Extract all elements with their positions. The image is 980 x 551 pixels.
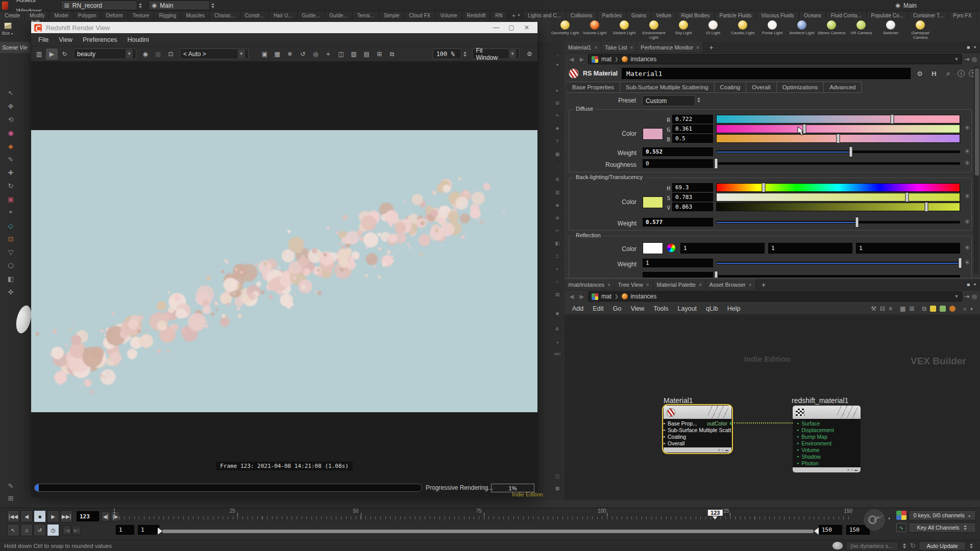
pose-tool-icon[interactable]: ⟲	[4, 113, 17, 126]
backlight-s-field[interactable]: 0.783	[672, 193, 713, 202]
range-next-icon[interactable]: ▶|	[72, 525, 81, 535]
info-icon[interactable]: i	[958, 70, 965, 77]
slider-handle[interactable]	[890, 114, 894, 124]
backlight-s-slider[interactable]	[716, 193, 960, 202]
stow-icon[interactable]: ▥	[553, 190, 561, 195]
pane-tab[interactable]: Tree View	[615, 279, 653, 290]
gear-menu-icon[interactable]	[963, 192, 971, 200]
menu-item[interactable]: Add	[568, 305, 588, 312]
reflection-b-field[interactable]: 1	[856, 243, 960, 254]
snapshot-image-icon[interactable]: ▤	[361, 48, 373, 60]
stow-info-icon[interactable]: ⓘ	[553, 473, 561, 480]
forward-icon[interactable]: ▶	[578, 293, 586, 300]
shelf-tab[interactable]: Texture	[128, 11, 155, 19]
menu-item[interactable]: Help	[723, 305, 745, 312]
shelf-tool[interactable]: Volume Light	[580, 19, 609, 42]
pin-icon[interactable]	[964, 56, 969, 63]
box-tool-label[interactable]: Box ▾	[2, 31, 13, 36]
stow-icon[interactable]: ⌖	[553, 340, 561, 345]
set-key-button[interactable]	[864, 509, 885, 531]
reflection-color-swatch[interactable]	[643, 242, 663, 254]
search-icon[interactable]: ⌕	[963, 305, 967, 312]
add-snapshot-icon[interactable]: ⊞	[374, 48, 385, 60]
new-tab-button[interactable]: ＋	[703, 42, 719, 53]
auto-key-icon[interactable]	[896, 511, 906, 520]
reflection-r-field[interactable]: 1	[680, 243, 765, 254]
stow-icon[interactable]: Ξ	[553, 254, 561, 259]
diffuse-b-field[interactable]: 0.5	[672, 134, 713, 143]
keys-summary[interactable]: 0 keys, 0/0 channels▲	[909, 510, 976, 520]
node-row[interactable]: Base Prop... outColor	[664, 420, 731, 427]
shelf-tab[interactable]: Volume	[435, 11, 462, 19]
diffuse-r-field[interactable]: 0.722	[672, 115, 713, 123]
shelf-tab[interactable]: Rigging	[154, 11, 181, 19]
reflection-weight-slider[interactable]	[716, 259, 960, 267]
backlight-color-swatch[interactable]	[643, 196, 663, 208]
range-end-handle[interactable]	[811, 528, 819, 535]
new-tab-button[interactable]: ＋	[756, 279, 772, 290]
shelf-tool[interactable]: Gamepad Camera	[905, 19, 935, 42]
shelf-tool[interactable]: Ambient Light	[787, 19, 817, 42]
material1-node[interactable]: Base Prop... outColor Sub-Surface Multip…	[664, 406, 731, 453]
key-options-caret-icon[interactable]: ▾	[888, 516, 890, 521]
dynamics-selector[interactable]: (no dynamics s...	[846, 541, 899, 550]
gear-menu-icon[interactable]	[963, 244, 971, 252]
shelf-tab[interactable]: Particles	[598, 11, 627, 19]
close-icon[interactable]	[646, 282, 649, 288]
select-tool-icon[interactable]: ↖	[4, 87, 17, 99]
shelf-tab[interactable]: Constr...	[240, 11, 269, 19]
close-icon[interactable]	[594, 44, 597, 51]
shelf-tab[interactable]: Lights and C...	[523, 11, 566, 19]
close-button[interactable]: ✕	[519, 22, 534, 33]
shelf-tool[interactable]: Sky Light	[669, 19, 698, 42]
stow-icon[interactable]: ▦	[553, 152, 561, 157]
folder-tab[interactable]: Optimizations	[777, 82, 824, 93]
aov-dropdown[interactable]: beauty▼	[74, 48, 136, 59]
close-icon[interactable]	[749, 282, 752, 288]
render-play-icon[interactable]: ▶	[46, 48, 58, 60]
layout-selector[interactable]: Main	[149, 1, 210, 10]
rgb-channels-icon[interactable]: ◉	[139, 48, 151, 60]
node-input-row[interactable]: Bump Map	[793, 433, 861, 440]
diffuse-g-slider[interactable]	[716, 124, 960, 133]
simulation-cache-icon[interactable]	[832, 542, 843, 549]
network-canvas[interactable]: Indie Edition VEX Builder Material1 Base…	[565, 315, 980, 500]
shelf-tab[interactable]: Particle Fluids	[715, 11, 757, 19]
stow-icon[interactable]: ▫	[553, 53, 561, 58]
shelf-tab[interactable]: Create	[0, 11, 25, 19]
network-box-icon[interactable]	[949, 306, 955, 312]
stow-icon[interactable]: ✂	[553, 228, 561, 233]
diffuse-weight-field[interactable]: 0.552	[643, 147, 713, 156]
node-row[interactable]: Overall	[664, 440, 731, 446]
channel-scope-icon[interactable]: ∿	[896, 523, 906, 532]
gear-menu-icon[interactable]	[963, 259, 971, 266]
backlight-v-slider[interactable]	[716, 203, 960, 211]
shelf-tab[interactable]: Rigid Bodies	[676, 11, 715, 19]
range-end-field[interactable]: 150	[819, 525, 842, 535]
slider-handle[interactable]	[924, 202, 928, 212]
scrub-tool-icon[interactable]: ↖	[7, 524, 19, 536]
pane-menu-caret-icon[interactable]: ▾	[974, 282, 976, 287]
dynamics-spinner[interactable]	[902, 542, 907, 549]
misc-tool-icon[interactable]: ✜	[4, 286, 17, 298]
gear-menu-icon[interactable]	[963, 159, 971, 167]
forward-icon[interactable]: ▶	[578, 56, 586, 63]
pane-tab[interactable]: Material1	[565, 42, 601, 53]
node-input-row[interactable]: Photon	[793, 460, 861, 466]
pane-menu-caret-icon[interactable]: ▾	[974, 45, 976, 49]
pane-tab[interactable]: Material Palette	[653, 279, 706, 290]
shelf-tool[interactable]: Switcher	[876, 19, 905, 42]
timeline-ruler[interactable]: 123 1255075100125150	[114, 509, 861, 519]
focus-picker-icon[interactable]: ⌖	[323, 48, 334, 60]
diffuse-roughness-field[interactable]: 0	[643, 159, 713, 168]
folder-tab[interactable]: Overall	[746, 82, 776, 93]
stow-icon[interactable]: ⌗	[553, 279, 561, 285]
slider-handle[interactable]	[849, 146, 852, 157]
shelf-tab[interactable]: Fluid Conta...	[826, 11, 866, 19]
node-title[interactable]: Material1	[664, 396, 693, 405]
shelf-tab[interactable]: Pyro FX	[948, 11, 976, 19]
stow-icon[interactable]: ✎	[553, 113, 561, 118]
parameter-scrollbar[interactable]	[974, 66, 979, 274]
shelf-tool[interactable]: Distant Light	[609, 19, 639, 42]
node-input-row[interactable]: Volume	[793, 446, 861, 453]
